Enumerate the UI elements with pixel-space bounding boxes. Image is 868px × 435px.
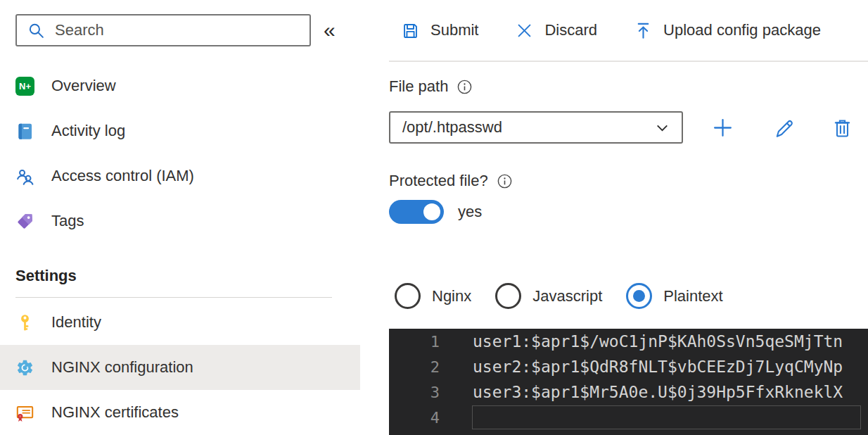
sidebar-item-label: NGINX configuration <box>51 358 193 377</box>
file-path-value: /opt/.htpasswd <box>402 118 502 137</box>
sidebar-item-tags[interactable]: Tags <box>0 198 360 244</box>
delete-file-button[interactable] <box>831 117 853 139</box>
editor-line: 2 user2:$apr1$QdR8fNLT$vbCEEzDj7LyqCMyNp <box>389 354 868 379</box>
search-icon <box>27 21 46 40</box>
sidebar-item-label: Identity <box>51 313 101 332</box>
line-number: 3 <box>389 384 440 401</box>
line-number: 4 <box>389 409 440 427</box>
search-box[interactable] <box>15 14 311 46</box>
sidebar: « N+ Overview Activity log Access contro… <box>0 0 360 435</box>
protected-file-toggle-row: yes <box>389 200 868 224</box>
radio-icon <box>495 283 521 309</box>
sidebar-item-label: Activity log <box>51 122 125 140</box>
submit-button[interactable]: Submit <box>401 21 478 40</box>
radio-option-nginx[interactable]: Nginx <box>395 283 471 309</box>
protected-file-label: Protected file? <box>389 172 488 190</box>
sidebar-search-row: « <box>0 14 360 46</box>
upload-icon <box>634 21 653 40</box>
protected-file-field-label: Protected file? <box>389 172 868 190</box>
sidebar-item-identity[interactable]: Identity <box>0 300 360 345</box>
add-file-button[interactable] <box>711 116 734 139</box>
main-panel: Submit Discard Upload config package Fil… <box>360 0 868 435</box>
sidebar-item-label: NGINX certificates <box>51 403 179 422</box>
key-icon <box>15 313 34 332</box>
nginx-logo-icon: N+ <box>15 77 34 96</box>
radio-option-javascript[interactable]: Javascript <box>495 283 602 309</box>
sidebar-item-overview[interactable]: N+ Overview <box>0 63 360 108</box>
editor-cursor-line-box[interactable] <box>472 405 861 429</box>
access-control-icon <box>15 167 34 186</box>
collapse-sidebar-icon[interactable]: « <box>324 20 336 41</box>
sidebar-item-nginx-configuration[interactable]: NGINX configuration <box>0 345 360 390</box>
save-icon <box>401 21 420 40</box>
gear-icon <box>15 358 34 377</box>
sidebar-divider <box>15 297 332 298</box>
syntax-radio-group: Nginx Javascript Plaintext <box>389 283 868 309</box>
tags-icon <box>15 212 34 231</box>
edit-file-button[interactable] <box>773 117 795 139</box>
sidebar-item-label: Tags <box>51 212 84 230</box>
line-content: user3:$apr1$Mr5A0e.U$0j39Hp5FfxRkneklX <box>473 383 843 401</box>
file-path-dropdown[interactable]: /opt/.htpasswd <box>389 111 683 144</box>
radio-label: Nginx <box>432 287 471 305</box>
editor-line-active: 4 <box>389 405 868 430</box>
radio-label: Plaintext <box>663 287 722 305</box>
toolbar: Submit Discard Upload config package <box>389 0 868 62</box>
file-path-row: /opt/.htpasswd <box>389 111 868 144</box>
info-icon[interactable] <box>457 79 473 95</box>
editor-line: 1 user1:$apr1$/woC1jnP$KAh0SsVn5qeSMjTtn <box>389 329 868 354</box>
upload-label: Upload config package <box>663 21 821 39</box>
sidebar-item-nginx-certificates[interactable]: NGINX certificates <box>0 390 360 435</box>
code-editor[interactable]: 1 user1:$apr1$/woC1jnP$KAh0SsVn5qeSMjTtn… <box>389 329 868 435</box>
sidebar-item-activity-log[interactable]: Activity log <box>0 108 360 153</box>
editor-line: 3 user3:$apr1$Mr5A0e.U$0j39Hp5FfxRkneklX <box>389 379 868 405</box>
submit-label: Submit <box>430 21 478 39</box>
discard-button[interactable]: Discard <box>515 21 597 40</box>
activity-log-icon <box>15 122 34 141</box>
chevron-down-icon <box>653 118 672 137</box>
toggle-knob <box>423 203 440 220</box>
sidebar-item-access-control[interactable]: Access control (IAM) <box>0 153 360 198</box>
file-path-field-label: File path <box>389 77 868 96</box>
radio-label: Javascript <box>532 287 602 305</box>
radio-selected-icon <box>626 283 652 309</box>
close-icon <box>515 21 534 40</box>
sidebar-item-label: Access control (IAM) <box>51 167 194 185</box>
protected-file-toggle[interactable] <box>389 200 444 224</box>
file-path-label: File path <box>389 77 448 96</box>
certificate-icon <box>15 403 34 422</box>
line-number: 1 <box>389 333 440 351</box>
line-content: user2:$apr1$QdR8fNLT$vbCEEzDj7LyqCMyNp <box>473 358 843 376</box>
sidebar-nav: N+ Overview Activity log Access control … <box>0 63 360 435</box>
upload-config-package-button[interactable]: Upload config package <box>634 21 821 40</box>
sidebar-item-label: Overview <box>51 77 116 95</box>
radio-option-plaintext[interactable]: Plaintext <box>626 283 722 309</box>
search-input[interactable] <box>55 21 300 39</box>
sidebar-section-settings: Settings <box>0 260 360 291</box>
radio-icon <box>395 283 421 309</box>
nginx-configuration-page: « N+ Overview Activity log Access contro… <box>0 0 868 435</box>
toggle-state-label: yes <box>458 203 482 221</box>
discard-label: Discard <box>544 21 597 39</box>
line-content: user1:$apr1$/woC1jnP$KAh0SsVn5qeSMjTtn <box>473 332 843 351</box>
line-number: 2 <box>389 358 440 376</box>
info-icon[interactable] <box>497 173 513 189</box>
